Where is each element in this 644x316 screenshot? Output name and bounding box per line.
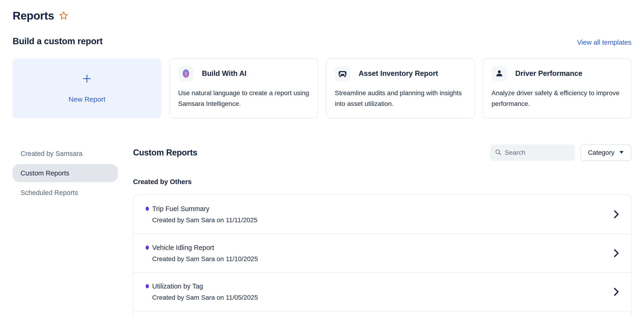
card-title: Build With AI [202,69,246,78]
chevron-right-icon[interactable] [614,210,619,218]
content-area: Created by Samsara Custom Reports Schedu… [12,145,632,316]
report-color-dot [146,284,149,288]
list-controls: Category [490,145,632,161]
report-subtitle: Created by Sam Sara on 11/10/2025 [152,255,258,263]
report-color-dot [146,207,149,211]
star-icon [59,11,68,21]
sidebar-item-created-by-samsara[interactable]: Created by Samsara [12,145,118,163]
template-card-build-with-ai[interactable]: Build With AI Use natural language to cr… [170,58,318,119]
card-description: Streamline audits and planning with insi… [335,88,466,109]
reports-page: Reports Build a custom report View all t… [0,0,644,316]
ai-intelligence-icon [178,66,194,81]
report-row-trip-fuel-summary[interactable]: Trip Fuel Summary Created by Sam Sara on… [134,195,631,234]
chevron-right-icon[interactable] [614,249,619,257]
report-subtitle: Created by Sam Sara on 11/11/2025 [152,216,258,225]
card-title: Asset Inventory Report [358,69,438,78]
sidebar-item-custom-reports[interactable]: Custom Reports [12,164,118,182]
sidebar-item-scheduled-reports[interactable]: Scheduled Reports [12,184,118,202]
template-card-asset-inventory[interactable]: Asset Inventory Report Streamline audits… [326,58,475,119]
custom-reports-main: Custom Reports Category [133,145,632,316]
favorite-star-button[interactable] [59,11,68,21]
row-content: Utilization by Tag Created by Sam Sara o… [146,282,258,302]
new-report-label: New Report [68,95,105,103]
report-row-utilization-by-tag[interactable]: Utilization by Tag Created by Sam Sara o… [134,272,631,311]
new-report-card[interactable]: New Report [12,58,162,119]
report-row-partial [134,311,631,316]
page-title: Reports [12,9,54,23]
chevron-right-icon[interactable] [614,288,619,296]
report-color-dot [146,246,149,250]
report-subtitle: Created by Sam Sara on 11/05/2025 [152,293,258,302]
view-all-templates-link[interactable]: View all templates [577,39,632,46]
search-input[interactable] [505,149,570,156]
person-icon [492,66,507,81]
report-title: Trip Fuel Summary [152,204,258,213]
row-content: Vehicle Idling Report Created by Sam Sar… [146,243,258,263]
reports-sidebar: Created by Samsara Custom Reports Schedu… [12,145,118,316]
templates-header: Build a custom report View all templates [12,36,632,46]
main-header: Custom Reports Category [133,145,632,161]
row-content: Trip Fuel Summary Created by Sam Sara on… [146,204,258,225]
search-box[interactable] [490,145,575,161]
search-icon [495,149,502,157]
template-card-driver-performance[interactable]: Driver Performance Analyze driver safety… [483,58,632,119]
report-list: Trip Fuel Summary Created by Sam Sara on… [133,194,632,316]
card-head: Asset Inventory Report [335,66,466,81]
custom-reports-heading: Custom Reports [133,148,197,158]
card-title: Driver Performance [516,69,582,78]
templates-heading: Build a custom report [12,36,102,46]
card-head: Driver Performance [492,66,623,81]
page-header: Reports [12,9,632,23]
vehicle-icon [335,66,350,81]
card-description: Analyze driver safety & efficiency to im… [492,88,623,109]
template-cards: New Report [12,58,632,119]
report-row-vehicle-idling-report[interactable]: Vehicle Idling Report Created by Sam Sar… [134,234,631,272]
caret-down-icon [619,151,624,155]
report-title: Utilization by Tag [152,282,258,291]
report-title: Vehicle Idling Report [152,243,258,252]
created-by-others-heading: Created by Others [133,178,632,186]
category-filter-button[interactable]: Category [580,145,632,161]
card-description: Use natural language to create a report … [178,88,310,109]
card-head: Build With AI [178,66,310,81]
plus-icon [82,74,92,85]
category-label: Category [588,149,614,156]
